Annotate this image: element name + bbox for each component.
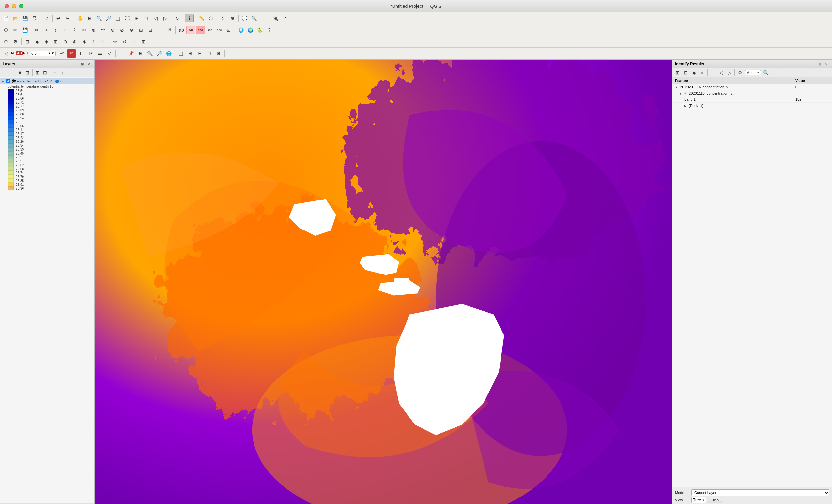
zoom-magnify-button[interactable]: 🔍 xyxy=(145,49,154,58)
save-project-button[interactable]: 💾 xyxy=(20,14,29,23)
snap-opts-button[interactable]: ⚙ xyxy=(11,37,20,46)
adv-scale-button[interactable]: ⊞ xyxy=(139,37,148,46)
split-button[interactable]: ✂ xyxy=(80,26,89,34)
results-row-feature[interactable]: ▼ N_20201116_concentration_v... xyxy=(672,90,832,96)
zoom-layer-button[interactable]: ⊞ xyxy=(132,14,141,23)
label-unpin-button[interactable]: abc xyxy=(196,26,205,34)
remove-layer-button[interactable]: - xyxy=(9,69,16,76)
snap-centroid-button[interactable]: ⊙ xyxy=(61,37,70,46)
snap-segment-button[interactable]: ◈ xyxy=(42,37,51,46)
snap-area-button[interactable]: ⊞ xyxy=(51,37,60,46)
adv-flip-button[interactable]: ↔ xyxy=(130,37,139,46)
maximize-button[interactable] xyxy=(19,4,24,8)
t-button[interactable]: T- xyxy=(76,49,85,58)
identify-settings-button[interactable]: ⚙ xyxy=(736,69,744,76)
layers-panel-icons[interactable]: ⊞ ✕ xyxy=(79,61,92,67)
deselect-all-button[interactable]: ⊟ xyxy=(195,49,204,58)
delete-part-button[interactable]: ⊟ xyxy=(146,26,155,34)
layers-collapse-button[interactable]: ⊞ xyxy=(79,61,85,67)
toggle-editing-button[interactable]: ✏ xyxy=(11,26,20,34)
nav-back-button[interactable]: ◁ xyxy=(1,49,10,58)
ac-button[interactable]: AC xyxy=(57,49,67,58)
move-feature-button[interactable]: ↕ xyxy=(51,26,60,34)
snap-line-button[interactable]: ⌇ xyxy=(89,37,98,46)
select-more-button[interactable]: ⊞ xyxy=(186,49,195,58)
statistics-button[interactable]: Σ xyxy=(218,14,227,23)
identify-close-button[interactable]: ✕ xyxy=(824,61,829,67)
zoom-next-button[interactable]: ▷ xyxy=(160,14,170,23)
results-row-band1[interactable]: Band 1 152 xyxy=(672,96,832,103)
pan-button[interactable]: ✋ xyxy=(75,14,84,23)
select-rect-button[interactable]: ⬚ xyxy=(176,49,185,58)
python-button[interactable]: 🐍 xyxy=(255,26,264,34)
pan-map-button[interactable]: ⊕ xyxy=(85,14,94,23)
rotate-button[interactable]: ↺ xyxy=(165,26,174,34)
plugin-button[interactable]: 🔌 xyxy=(271,14,280,23)
label-pin-button[interactable]: AD xyxy=(186,26,196,34)
snap-scale-button[interactable]: ∿ xyxy=(99,37,108,46)
save-as-button[interactable]: 🖫 xyxy=(30,14,39,23)
qgis-help-button[interactable]: ? xyxy=(265,26,274,34)
snap-vertex-button[interactable]: ◆ xyxy=(32,37,42,46)
layer-item-roms[interactable]: ▼ 🗺 roms_hiig_e366_7434_ 🔵 ? xyxy=(0,78,94,84)
mode-select[interactable]: Current Layer Top Down Bottom Up All Lay… xyxy=(692,489,829,496)
advanced-digitize-button[interactable]: ✏ xyxy=(111,37,120,46)
wcs-button[interactable]: 🌍 xyxy=(246,26,255,34)
layer-up-button[interactable]: ↑ xyxy=(52,69,59,76)
zoom-preview-button[interactable]: 🔎 xyxy=(155,49,164,58)
snap-mid-button[interactable]: ⊕ xyxy=(70,37,79,46)
current-edits-button[interactable]: ⬡ xyxy=(1,26,10,34)
refresh-button[interactable]: ↻ xyxy=(173,14,182,23)
layer-info-icon[interactable]: ? xyxy=(60,80,62,83)
digitize-button[interactable]: ✏ xyxy=(32,26,42,34)
view-combo-box[interactable]: Tree ▼ xyxy=(692,497,706,503)
window-controls[interactable] xyxy=(5,4,24,8)
search-button[interactable]: 🔍 xyxy=(249,14,258,23)
identify-more-button[interactable]: ⋮ xyxy=(709,69,717,76)
select-feature-button[interactable]: ◆ xyxy=(690,69,698,76)
results-row-derived[interactable]: ▶ (Derived) xyxy=(672,103,832,109)
identify-fwd-button[interactable]: ▷ xyxy=(725,69,733,76)
ad-btn[interactable]: AD xyxy=(67,49,76,58)
map-annotation-button[interactable]: 📌 xyxy=(126,49,135,58)
enable-snapping-button[interactable]: ⊡ xyxy=(23,37,32,46)
undo-button[interactable]: ↩ xyxy=(54,14,63,23)
text-button[interactable]: T xyxy=(261,14,270,23)
identify-back-button[interactable]: ◁ xyxy=(717,69,725,76)
measure-button[interactable]: 📏 xyxy=(197,14,206,23)
collapse-all-button[interactable]: ⊟ xyxy=(42,69,49,76)
new-project-button[interactable]: 📄 xyxy=(1,14,10,23)
layer-visibility-checkbox[interactable] xyxy=(6,79,10,83)
label-tool-button[interactable]: ab xyxy=(177,26,186,34)
print-button[interactable]: 🖨 xyxy=(42,14,51,23)
filter-button[interactable]: ⊡ xyxy=(205,49,214,58)
adv-rotate-button[interactable]: ↺ xyxy=(120,37,129,46)
merge-button[interactable]: ⊕ xyxy=(89,26,98,34)
close-button[interactable] xyxy=(5,4,9,8)
node-tool-button[interactable]: ◇ xyxy=(61,26,70,34)
delete-ring-button[interactable]: ⊘ xyxy=(118,26,127,34)
redo-button[interactable]: ↪ xyxy=(63,14,73,23)
globe-button[interactable]: 🌐 xyxy=(164,49,173,58)
map-canvas-button[interactable]: ⬚ xyxy=(117,49,126,58)
add-layer-tool-button[interactable]: + xyxy=(1,69,8,76)
identify-button[interactable]: ℹ xyxy=(185,14,194,23)
heatmap-button[interactable]: ≋ xyxy=(228,14,237,23)
zoom-selection-button[interactable]: ⊡ xyxy=(141,14,151,23)
identify-search-button[interactable]: 🔍 xyxy=(762,69,770,76)
save-edits-button[interactable]: 💾 xyxy=(20,26,29,34)
wms-button[interactable]: 🌐 xyxy=(236,26,245,34)
zoom-in-button[interactable]: 🔍 xyxy=(94,14,103,23)
label-extra-button[interactable]: abc xyxy=(215,26,224,34)
clear-results-button[interactable]: ✕ xyxy=(698,69,706,76)
identify-collapse-button[interactable]: ⊞ xyxy=(817,61,823,67)
label-diagram-button[interactable]: ⊡ xyxy=(224,26,233,34)
layers-close-button[interactable]: ✕ xyxy=(86,61,92,67)
help-button[interactable]: ? xyxy=(280,14,289,23)
select-location-button[interactable]: ⊕ xyxy=(214,49,223,58)
expand-tree-button[interactable]: ⊞ xyxy=(674,69,682,76)
reshape-button[interactable]: ⌇ xyxy=(70,26,79,34)
add-ring-button[interactable]: ⊙ xyxy=(108,26,117,34)
zoom-out-button[interactable]: 🔎 xyxy=(104,14,113,23)
collapse-tree-button[interactable]: ⊟ xyxy=(682,69,690,76)
